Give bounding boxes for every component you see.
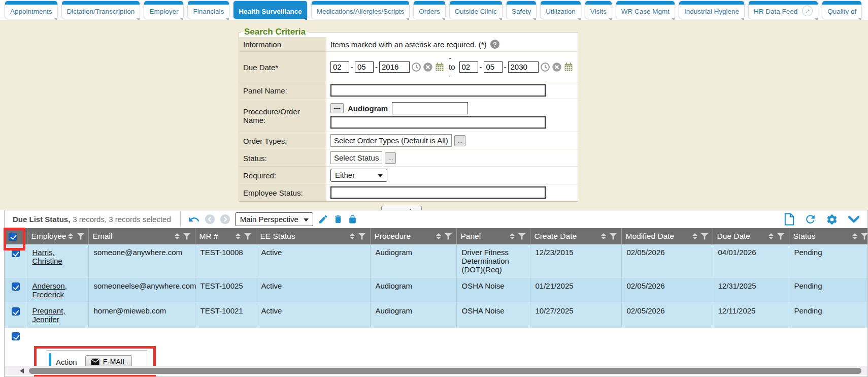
scroll-left-arrow-icon[interactable] [20,368,24,373]
procedure-chip-input[interactable] [392,102,468,114]
column-header-status[interactable]: Status [789,228,868,244]
panel-name-label: Panel Name: [239,82,326,99]
column-header-panel[interactable]: Panel [456,228,530,244]
due-from-month-input[interactable] [330,61,349,73]
panel-name-input[interactable] [330,84,546,97]
information-label: Information [239,37,326,52]
filter-funnel-icon[interactable] [861,233,868,240]
horizontal-scrollbar[interactable] [5,366,867,375]
sort-icon[interactable] [350,233,355,239]
column-header-create-date[interactable]: Create Date [530,228,621,244]
modified-date-cell: 02/05/2026 [621,303,713,328]
undo-icon[interactable] [188,213,200,226]
order-types-value[interactable]: Select Order Types (Default is All) [330,134,452,147]
filter-funnel-icon[interactable] [610,233,617,240]
next-page-icon[interactable] [220,214,230,225]
column-header-due-date[interactable]: Due Date [713,228,789,244]
due-from-day-input[interactable] [355,61,374,73]
help-icon[interactable]: ? [490,40,499,49]
tab-appointments[interactable]: Appointments [5,1,57,19]
sort-icon[interactable] [852,233,857,239]
open-in-new-icon[interactable]: ↗ [802,6,813,16]
employee-link[interactable]: Anderson, Frederick [32,281,67,299]
employee-status-input[interactable] [330,186,546,199]
column-header-modified-date[interactable]: Modified Date [621,228,713,244]
tab-orders[interactable]: Orders [414,1,445,19]
lock-perspective-icon[interactable] [348,214,357,225]
filter-funnel-icon[interactable] [777,233,785,240]
filter-funnel-icon[interactable] [358,233,366,240]
row-checkbox[interactable] [12,282,20,291]
tab-medications-allergies-scripts[interactable]: Medications/Allergies/Scripts [312,1,410,19]
due-to-year-input[interactable] [508,61,539,73]
date-dash: - [375,62,378,71]
tab-safety[interactable]: Safety [507,1,536,19]
table-header-row: Employee Email MR # EE Status Procedure … [5,228,868,244]
select-all-bottom-checkbox[interactable] [12,332,20,340]
required-select[interactable]: Either [330,169,387,182]
filter-funnel-icon[interactable] [183,233,191,240]
filter-funnel-icon[interactable] [244,233,252,240]
remove-procedure-button[interactable]: — [330,103,344,113]
edit-perspective-icon[interactable] [318,214,328,225]
column-header-employee[interactable]: Employee [27,228,88,244]
action-label: Action [56,358,77,366]
tab-hr-data-feed[interactable]: HR Data Feed ↗ [749,1,818,19]
tab-quality-of[interactable]: Quality of [822,1,861,19]
sort-icon[interactable] [601,233,606,239]
tab-outside-clinic[interactable]: Outside Clinic [450,1,502,19]
tab-financials[interactable]: Financials [188,1,229,19]
row-checkbox[interactable] [12,307,20,316]
perspective-select[interactable]: Main Perspective [235,212,313,226]
tab-utilization[interactable]: Utilization [541,1,581,19]
column-header-procedure[interactable]: Procedure [370,228,456,244]
clock-icon[interactable] [411,62,421,72]
tab-visits[interactable]: Visits [585,1,612,19]
row-status: Status: Select Status ... [239,149,578,167]
employee-link[interactable]: Harris, Christine [32,248,62,265]
employee-status-label: Employee Status: [239,184,326,201]
calendar-icon[interactable] [435,62,445,72]
scrollbar-thumb[interactable] [29,368,861,374]
filter-funnel-icon[interactable] [445,233,452,240]
delete-perspective-icon[interactable] [333,214,343,225]
tab-health-surveillance[interactable]: Health Surveillance [233,1,307,19]
tab-industrial-hygiene[interactable]: Industrial Hygiene [679,1,744,19]
employee-link[interactable]: Pregnant, Jennifer [32,306,65,324]
status-value[interactable]: Select Status [330,151,382,164]
tab-wr-case-mgmt[interactable]: WR Case Mgmt [616,1,675,19]
new-document-icon[interactable] [783,213,795,226]
tab-dictation-transcription[interactable]: Dictation/Transcription [62,1,140,19]
gear-icon[interactable] [826,213,838,226]
calendar-icon[interactable] [563,62,574,72]
row-checkbox[interactable] [12,249,20,257]
filter-funnel-icon[interactable] [77,233,84,240]
previous-page-icon[interactable] [205,214,215,225]
sort-icon[interactable] [692,233,697,239]
select-all-checkbox[interactable] [9,233,17,241]
sort-icon[interactable] [236,233,241,239]
filter-funnel-icon[interactable] [701,233,709,240]
sort-icon[interactable] [175,233,180,239]
column-header-mr[interactable]: MR # [195,228,256,244]
status-browse-button[interactable]: ... [385,152,396,164]
sort-icon[interactable] [68,233,73,239]
clear-date-icon[interactable] [552,62,562,72]
order-types-browse-button[interactable]: ... [454,135,465,146]
select-all-header-cell[interactable] [5,228,27,244]
due-from-year-input[interactable] [379,61,410,73]
due-to-day-input[interactable] [484,61,503,73]
procedure-order-name-input[interactable] [330,116,546,129]
column-header-ee-status[interactable]: EE Status [256,228,370,244]
clear-date-icon[interactable] [423,62,433,72]
tab-employer[interactable]: Employer [144,1,183,19]
due-to-month-input[interactable] [459,61,478,73]
refresh-icon[interactable] [804,213,817,226]
collapse-chevron-icon[interactable] [847,214,860,225]
clock-icon[interactable] [540,62,550,72]
sort-icon[interactable] [436,233,441,239]
sort-icon[interactable] [510,233,515,239]
column-header-email[interactable]: Email [88,228,195,244]
sort-icon[interactable] [769,233,774,239]
filter-funnel-icon[interactable] [518,233,526,240]
